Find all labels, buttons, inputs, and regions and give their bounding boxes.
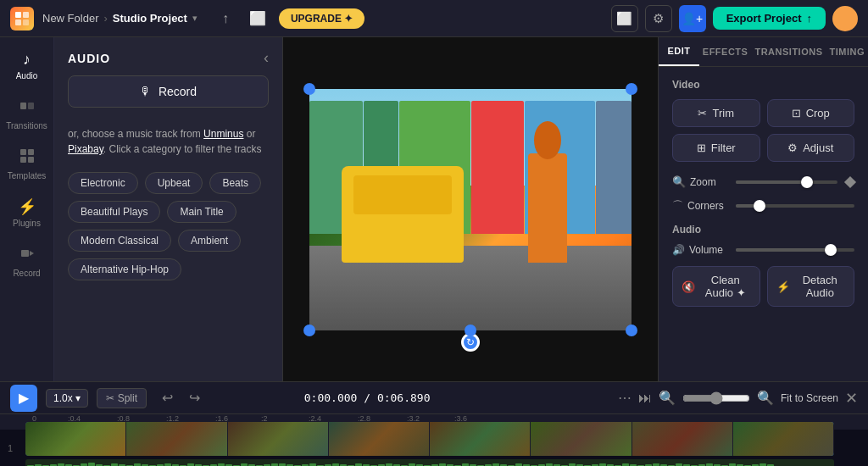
breadcrumb: New Folder › Studio Project ▾ bbox=[42, 12, 198, 25]
sidebar-item-templates[interactable]: Templates bbox=[0, 141, 53, 187]
tab-effects[interactable]: EFFECTS bbox=[699, 37, 752, 66]
corner-handle-bottom-center[interactable] bbox=[465, 325, 476, 336]
breadcrumb-separator: › bbox=[103, 12, 107, 25]
svg-rect-5 bbox=[28, 103, 34, 109]
sidebar-item-label-audio: Audio bbox=[16, 71, 38, 80]
split-label: Split bbox=[118, 392, 137, 404]
audio-panel-close-button[interactable]: ‹ bbox=[264, 49, 269, 67]
tag-beautiful-plays[interactable]: Beautiful Plays bbox=[68, 201, 160, 223]
tab-edit[interactable]: EDIT bbox=[659, 37, 699, 66]
total-time: 0:06.890 bbox=[377, 391, 431, 404]
mic-icon: 🎙 bbox=[140, 85, 152, 98]
sidebar-item-label-templates: Templates bbox=[8, 171, 47, 180]
timeline-zoom-slider[interactable] bbox=[682, 391, 750, 405]
main-content: ♪ Audio Transitions Templates ⚡ Plugins … bbox=[0, 37, 868, 381]
undo-button[interactable]: ↩ bbox=[155, 386, 179, 410]
sidebar-item-plugins[interactable]: ⚡ Plugins bbox=[0, 191, 53, 235]
topbar: New Folder › Studio Project ▾ ↑ ⬜ UPGRAD… bbox=[0, 0, 868, 37]
breadcrumb-parent[interactable]: New Folder bbox=[42, 12, 98, 25]
sidebar-item-record[interactable]: Record bbox=[0, 238, 53, 285]
skip-to-end-button[interactable]: ⏭ bbox=[638, 391, 652, 406]
svg-marker-11 bbox=[30, 251, 34, 256]
volume-icon: 🔊 bbox=[672, 244, 685, 256]
split-button[interactable]: ✂ Split bbox=[97, 388, 147, 408]
corner-handle-bottom-right[interactable] bbox=[626, 325, 637, 336]
tab-transitions[interactable]: TRANSITIONS bbox=[751, 37, 826, 66]
play-button[interactable]: ▶ bbox=[10, 385, 37, 412]
track-area: 1 bbox=[0, 430, 868, 466]
user-avatar[interactable] bbox=[832, 6, 858, 31]
timeline-time: 0:00.000 / 0:06.890 bbox=[304, 391, 431, 404]
svg-rect-2 bbox=[15, 19, 21, 25]
export-button[interactable]: Export Project ↑ bbox=[713, 7, 826, 30]
speed-button[interactable]: 1.0x ▾ bbox=[46, 389, 88, 408]
zoom-in-timeline-button[interactable]: 🔍 bbox=[757, 390, 774, 406]
sidebar-item-label-transitions: Transitions bbox=[6, 121, 47, 130]
zoom-diamond-reset[interactable] bbox=[844, 175, 856, 187]
share-button[interactable]: ↑ bbox=[213, 6, 238, 31]
captions-button[interactable]: ⬜ bbox=[611, 5, 638, 32]
category-tags: Electronic Upbeat Beats Beautiful Plays … bbox=[54, 165, 282, 287]
track-row: const bars = [3,5,4,6,8,5,3,7,9,6,4,8,5,… bbox=[25, 430, 868, 466]
export-icon: ↑ bbox=[807, 12, 813, 25]
track-options-button[interactable]: ⋯ bbox=[618, 390, 632, 406]
tab-timing[interactable]: TIMING bbox=[826, 37, 869, 66]
volume-slider-thumb[interactable] bbox=[825, 244, 837, 256]
volume-label: 🔊 Volume bbox=[672, 244, 727, 256]
filter-button[interactable]: ⊞ Filter bbox=[672, 134, 760, 162]
tag-alternative-hip-hop[interactable]: Alternative Hip-Hop bbox=[68, 258, 181, 280]
tag-ambient[interactable]: Ambient bbox=[178, 230, 241, 252]
video-track[interactable] bbox=[25, 422, 834, 456]
sidebar-item-audio[interactable]: ♪ Audio bbox=[0, 44, 53, 87]
zoom-slider-thumb[interactable] bbox=[801, 176, 813, 188]
detach-audio-button[interactable]: ⚡ Detach Audio bbox=[767, 266, 855, 307]
audio-panel-header: AUDIO ‹ bbox=[54, 37, 282, 75]
trim-button[interactable]: ✂ Trim bbox=[672, 99, 760, 127]
add-user-button[interactable]: 👤+ bbox=[679, 5, 706, 32]
redo-button[interactable]: ↪ bbox=[182, 386, 206, 410]
scene-auto-rickshaw bbox=[342, 166, 464, 263]
adjust-button[interactable]: ⚙ Adjust bbox=[767, 134, 855, 162]
timeline: ▶ 1.0x ▾ ✂ Split ↩ ↪ 0:00.000 / 0:06.890… bbox=[0, 381, 868, 466]
waveform-bars: const bars = [3,5,4,6,8,5,3,7,9,6,4,8,5,… bbox=[25, 459, 834, 467]
preview-area: ↻ bbox=[283, 37, 658, 381]
unminus-link[interactable]: Unminus bbox=[203, 128, 243, 140]
fit-to-screen-label[interactable]: Fit to Screen bbox=[781, 392, 838, 404]
current-time: 0:00.000 bbox=[304, 391, 358, 404]
chevron-down-icon: ▾ bbox=[192, 13, 198, 24]
sidebar-item-transitions[interactable]: Transitions bbox=[0, 91, 53, 137]
right-panel-content: Video ✂ Trim ⊡ Crop ⊞ Filter ⚙ Adjust bbox=[659, 67, 868, 381]
pixabay-link[interactable]: Pixabay bbox=[68, 143, 103, 155]
record-audio-button[interactable]: 🎙 Record bbox=[68, 75, 269, 108]
topbar-actions: ↑ ⬜ bbox=[213, 6, 270, 31]
crop-icon: ⊡ bbox=[792, 107, 801, 119]
volume-slider[interactable] bbox=[736, 248, 854, 252]
breadcrumb-project[interactable]: Studio Project bbox=[113, 12, 187, 25]
tag-electronic[interactable]: Electronic bbox=[68, 172, 138, 194]
corner-handle-top-left[interactable] bbox=[303, 83, 315, 95]
auto-roof bbox=[353, 175, 452, 214]
corners-slider[interactable] bbox=[736, 204, 854, 208]
timeline-close-button[interactable]: ✕ bbox=[845, 389, 858, 408]
corners-slider-thumb[interactable] bbox=[754, 200, 765, 212]
tag-upbeat[interactable]: Upbeat bbox=[145, 172, 203, 194]
video-preview[interactable]: ↻ bbox=[309, 89, 632, 330]
tag-main-title[interactable]: Main Title bbox=[167, 201, 236, 223]
track-thumb-7 bbox=[632, 422, 733, 456]
corner-handle-top-right[interactable] bbox=[626, 83, 637, 95]
corner-handle-bottom-left[interactable] bbox=[303, 325, 315, 336]
zoom-slider[interactable] bbox=[736, 180, 837, 184]
settings-button[interactable]: ⚙ bbox=[645, 5, 672, 32]
crop-button[interactable]: ⊡ Crop bbox=[767, 99, 855, 127]
tag-modern-classical[interactable]: Modern Classical bbox=[68, 230, 171, 252]
svg-rect-1 bbox=[23, 12, 29, 18]
preview-button[interactable]: ⬜ bbox=[245, 6, 270, 31]
volume-slider-row: 🔊 Volume bbox=[672, 244, 854, 256]
clean-audio-button[interactable]: 🔇 Clean Audio ✦ bbox=[672, 266, 760, 307]
tag-beats[interactable]: Beats bbox=[209, 172, 261, 194]
zoom-out-timeline-button[interactable]: 🔍 bbox=[659, 390, 676, 406]
corners-label: ⌒ Corners bbox=[672, 198, 727, 214]
upgrade-button[interactable]: UPGRADE ✦ bbox=[279, 8, 364, 29]
scene-person bbox=[528, 153, 567, 262]
detach-audio-label: Detach Audio bbox=[795, 274, 846, 299]
